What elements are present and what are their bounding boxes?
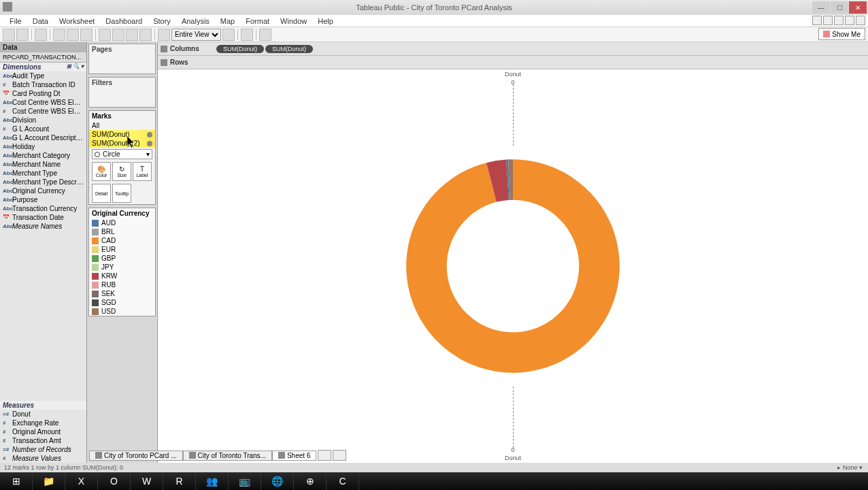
new-ws-button[interactable] [67, 29, 79, 41]
sort-desc-button[interactable] [139, 29, 152, 41]
taskbar-item[interactable]: X [65, 472, 98, 490]
menu-file[interactable]: File [4, 16, 27, 27]
mark-tooltip-button[interactable]: Tooltip [112, 184, 131, 203]
clear-button[interactable] [99, 29, 111, 41]
dimension-field[interactable]: #Cost Centre WBS Elem... [0, 107, 86, 116]
menu-analysis[interactable]: Analysis [176, 16, 215, 27]
close-button[interactable]: ✕ [849, 1, 867, 14]
menu-window[interactable]: Window [275, 16, 312, 27]
dimension-field[interactable]: AbcMeasure Names [0, 222, 86, 231]
measure-field[interactable]: #Measure Values [0, 454, 86, 463]
taskbar-item[interactable]: 👥 [196, 472, 229, 490]
back-button[interactable] [3, 29, 15, 41]
mark-detail-button[interactable]: Detail [92, 184, 111, 203]
dimension-field[interactable]: AbcTransaction Currency [0, 204, 86, 213]
taskbar-item[interactable]: 🌐 [261, 472, 294, 490]
dimension-field[interactable]: AbcOriginal Currency [0, 186, 86, 195]
legend-item[interactable]: EUR [89, 245, 155, 254]
datasource-name[interactable]: RPCARD_TRANSACTION... [0, 52, 86, 63]
dimension-field[interactable]: AbcDivision [0, 116, 86, 125]
columns-pill[interactable]: SUM(Donut) [216, 45, 264, 53]
toolbar-icon[interactable] [845, 16, 854, 25]
taskbar-item[interactable]: O [98, 472, 131, 490]
duplicate-button[interactable] [80, 29, 93, 41]
marks-all[interactable]: All [89, 121, 155, 130]
toolbar-icon[interactable] [823, 16, 833, 25]
view-dropdown[interactable]: Entire View [171, 29, 221, 41]
taskbar-item[interactable]: 📺 [229, 472, 261, 490]
dimension-field[interactable]: AbcG L Account Description [0, 133, 86, 142]
dimension-field[interactable]: AbcMerchant Type [0, 169, 86, 178]
dimension-field[interactable]: 📅Transaction Date [0, 213, 86, 222]
maximize-button[interactable]: ☐ [831, 1, 848, 14]
forward-button[interactable] [16, 29, 29, 41]
mark-size-button[interactable]: ↻Size [112, 162, 131, 181]
toolbar-icon[interactable] [856, 16, 865, 25]
measure-field[interactable]: =#Donut [0, 410, 86, 419]
legend-item[interactable]: RUB [89, 280, 155, 289]
menu-format[interactable]: Format [240, 16, 275, 27]
measure-field[interactable]: #Transaction Amt [0, 436, 86, 445]
showme-button[interactable]: Show Me [818, 28, 865, 40]
marks-row-1[interactable]: SUM(Donut) [89, 130, 155, 139]
taskbar-item[interactable]: 📁 [33, 472, 65, 490]
legend-item[interactable]: AUD [89, 218, 155, 227]
dimension-field[interactable]: AbcHoliday [0, 142, 86, 151]
menu-story[interactable]: Story [148, 16, 176, 27]
taskbar-item[interactable]: ⊕ [294, 472, 327, 490]
taskbar-item[interactable]: R [163, 472, 196, 490]
measure-field[interactable]: #Original Amount [0, 427, 86, 436]
new-dashboard-button[interactable] [333, 450, 346, 461]
dimension-field[interactable]: #G L Account [0, 125, 86, 133]
swap-button[interactable] [112, 29, 124, 41]
dimension-field[interactable]: AbcMerchant Type Descri... [0, 178, 86, 186]
taskbar-item[interactable]: ⊞ [0, 472, 33, 490]
dimension-field[interactable]: AbcAudit Type [0, 71, 86, 80]
dimension-field[interactable]: AbcPurpose [0, 195, 86, 204]
pin-button[interactable] [222, 29, 235, 41]
legend-item[interactable]: CAD [89, 236, 155, 245]
new-source-button[interactable] [53, 29, 65, 41]
legend-item[interactable]: SEK [89, 289, 155, 298]
mark-label-button[interactable]: TLabel [133, 162, 152, 181]
legend-item[interactable]: JPY [89, 263, 155, 272]
dimension-field[interactable]: AbcMerchant Name [0, 160, 86, 169]
legend-item[interactable]: USD [89, 307, 155, 316]
measure-field[interactable]: #Exchange Rate [0, 419, 86, 427]
menu-map[interactable]: Map [215, 16, 240, 27]
group-button[interactable] [158, 29, 170, 41]
save-button[interactable] [35, 29, 47, 41]
legend-item[interactable]: BRL [89, 227, 155, 236]
data-tab-header[interactable]: Data [0, 42, 86, 52]
sort-asc-button[interactable] [126, 29, 138, 41]
minimize-button[interactable]: — [812, 1, 830, 14]
highlight-button[interactable] [241, 29, 253, 41]
marks-row-2[interactable]: SUM(Donut) (2) [89, 139, 155, 148]
menu-help[interactable]: Help [312, 16, 339, 27]
presentation-button[interactable] [259, 29, 271, 41]
filters-shelf[interactable] [89, 88, 155, 107]
menu-data[interactable]: Data [27, 16, 54, 27]
dimension-field[interactable]: #Batch Transaction ID [0, 80, 86, 89]
dimension-field[interactable]: AbcCost Centre WBS Elem... [0, 98, 86, 107]
sheet-tab[interactable]: City of Toronto PCard ... [89, 451, 183, 461]
columns-pill[interactable]: SUM(Donut) [265, 45, 313, 53]
toolbar-icon[interactable] [834, 16, 844, 25]
menu-worksheet[interactable]: Worksheet [54, 16, 100, 27]
mark-color-button[interactable]: 🎨Color [92, 162, 111, 181]
menu-dashboard[interactable]: Dashboard [100, 16, 148, 27]
sheet-tab[interactable]: Sheet 6 [272, 451, 316, 461]
dimension-field[interactable]: AbcMerchant Category [0, 151, 86, 160]
pages-shelf[interactable] [89, 54, 155, 74]
sheet-tab[interactable]: City of Toronto Trans... [183, 451, 272, 461]
legend-item[interactable]: KRW [89, 272, 155, 280]
mark-type-dropdown[interactable]: Circle ▾ [92, 149, 152, 159]
taskbar-item[interactable]: C [327, 472, 359, 490]
legend-item[interactable]: GBP [89, 254, 155, 263]
toolbar-icon[interactable] [812, 16, 822, 25]
new-sheet-button[interactable] [318, 450, 331, 461]
legend-item[interactable]: SGD [89, 298, 155, 307]
dimension-field[interactable]: 📅Card Posting Dt [0, 89, 86, 98]
status-right[interactable]: ▸ None ▾ [837, 464, 863, 471]
measure-field[interactable]: =#Number of Records [0, 445, 86, 454]
